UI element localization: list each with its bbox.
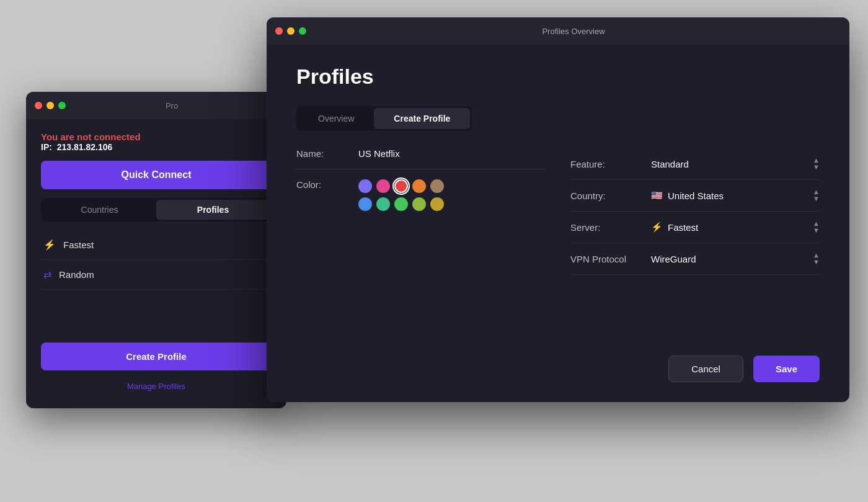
traffic-lights [35,102,66,109]
feature-value-container: Standard ▲ ▼ [651,157,820,171]
color-dot-2[interactable] [394,179,408,193]
feature-stepper[interactable]: ▲ ▼ [813,157,820,171]
create-profile-tab[interactable]: Create Profile [374,108,470,129]
form-buttons: Cancel Save [296,349,820,382]
server-label: Server: [570,222,651,233]
color-label: Color: [296,179,346,190]
name-value: US Netflix [358,148,400,159]
fg-titlebar-text: Profiles Overview [306,27,841,36]
not-connected-text: You are not connected [41,132,272,142]
feature-row: Feature: Standard ▲ ▼ [570,148,820,180]
server-icon: ⚡ [651,222,663,233]
fg-minimize-button[interactable] [287,27,294,35]
feature-label: Feature: [570,159,651,169]
maximize-button[interactable] [58,102,66,109]
random-icon: ⇄ [43,269,51,280]
country-value-container: 🇺🇸 United States ▲ ▼ [651,189,820,202]
ip-label: IP: [41,142,52,152]
vpn-protocol-label: VPN Protocol [570,254,651,264]
fg-close-button[interactable] [275,27,283,35]
page-title: Profiles [296,65,820,89]
minimize-button[interactable] [46,102,54,109]
country-name: United States [668,190,724,201]
server-name: Fastest [668,222,698,233]
ip-value: 213.81.82.106 [57,142,113,152]
profiles-tab[interactable]: Profiles [156,200,270,220]
profile-form: Name: US Netflix Color: Feature: Standar… [296,148,820,332]
manage-profiles-link[interactable]: Manage Profiles [41,379,272,396]
profile-tabs: Overview Create Profile [296,106,472,131]
countries-tab[interactable]: Countries [43,200,156,220]
vpn-protocol-row: VPN Protocol WireGuard ▲ ▼ [570,243,820,275]
country-row: Country: 🇺🇸 United States ▲ ▼ [570,180,820,212]
fastest-icon: ⚡ [43,239,56,251]
color-dot-8[interactable] [412,197,426,211]
server-stepper[interactable]: ▲ ▼ [813,220,820,234]
quick-connect-button[interactable]: Quick Connect [41,161,272,189]
color-dot-3[interactable] [412,179,426,193]
fg-body: Profiles Overview Create Profile Name: U… [267,45,849,402]
cancel-button[interactable]: Cancel [668,356,743,382]
color-dot-6[interactable] [376,197,390,211]
feature-value: Standard [651,159,689,169]
profiles-list: ⚡ Fastest ⇄ Random [41,230,272,290]
color-picker [358,179,444,211]
ip-address-row: IP: 213.81.82.106 [41,142,272,152]
fastest-profile-item[interactable]: ⚡ Fastest [41,230,272,260]
color-dot-5[interactable] [358,197,372,211]
color-dot-4[interactable] [430,179,444,193]
right-form-section: Feature: Standard ▲ ▼ Country: 🇺🇸 [570,148,820,332]
random-profile-item[interactable]: ⇄ Random [41,260,272,290]
left-form-section: Name: US Netflix Color: [296,148,546,332]
server-value: ⚡ Fastest [651,222,698,233]
name-label: Name: [296,148,346,159]
color-dot-9[interactable] [430,197,444,211]
country-flag: 🇺🇸 [651,190,663,201]
color-dot-7[interactable] [394,197,408,211]
random-label: Random [59,269,94,280]
fg-maximize-button[interactable] [299,27,306,35]
save-button[interactable]: Save [753,356,820,382]
color-dot-1[interactable] [376,179,390,193]
vpn-protocol-value: WireGuard [651,254,696,264]
fg-traffic-lights [275,27,306,35]
main-tabs: Countries Profiles [41,198,272,222]
country-value: 🇺🇸 United States [651,190,724,201]
server-value-container: ⚡ Fastest ▲ ▼ [651,220,820,234]
bg-titlebar: Pro [26,92,286,119]
color-dot-0[interactable] [358,179,372,193]
fg-window: Profiles Overview Profiles Overview Crea… [267,17,849,402]
server-row: Server: ⚡ Fastest ▲ ▼ [570,212,820,243]
close-button[interactable] [35,102,42,109]
bg-window: Pro You are not connected IP: 213.81.82.… [26,92,286,408]
create-profile-button[interactable]: Create Profile [41,343,272,370]
bg-titlebar-text: Pro [66,101,278,110]
vpn-protocol-value-container: WireGuard ▲ ▼ [651,252,820,266]
country-label: Country: [570,190,651,201]
fg-titlebar: Profiles Overview [267,17,849,45]
connection-status: You are not connected IP: 213.81.82.106 [41,132,272,152]
overview-tab[interactable]: Overview [298,108,374,129]
fastest-label: Fastest [63,240,94,250]
country-stepper[interactable]: ▲ ▼ [813,189,820,202]
bg-window-body: You are not connected IP: 213.81.82.106 … [26,119,286,408]
vpn-protocol-stepper[interactable]: ▲ ▼ [813,252,820,266]
